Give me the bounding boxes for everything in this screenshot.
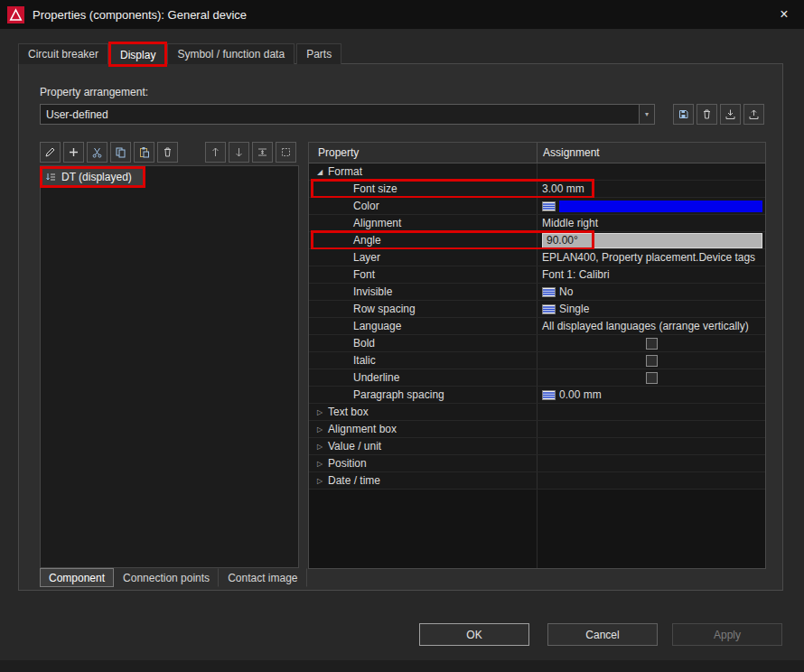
grid-row-font-size[interactable]: Font size3.00 mm xyxy=(309,181,765,198)
copy-icon xyxy=(115,146,126,158)
italic-checkbox[interactable] xyxy=(646,355,658,367)
angle-input[interactable]: 90.00° xyxy=(542,233,762,248)
cut-button[interactable] xyxy=(87,142,108,163)
ok-button[interactable]: OK xyxy=(419,623,529,646)
property-label: Date / time xyxy=(328,474,380,487)
property-label: Layer xyxy=(353,251,380,264)
property-arrangement-select[interactable]: User-defined ▾ xyxy=(40,104,655,125)
device-structure-list[interactable]: DT (displayed) xyxy=(40,165,299,568)
assignment-value: 90.00° xyxy=(547,234,578,247)
trash-icon xyxy=(701,108,713,120)
spacing-icon xyxy=(257,146,268,158)
main-tabstrip: Circuit breaker Display Symbol / functio… xyxy=(18,43,343,64)
tab-label: Display xyxy=(120,49,155,61)
color-swatch[interactable] xyxy=(559,201,762,212)
property-label: Position xyxy=(328,457,367,470)
move-down-button[interactable] xyxy=(229,142,249,163)
property-grid-body: ◢FormatFont size3.00 mmColorAlignmentMid… xyxy=(309,163,765,568)
import-scheme-button[interactable] xyxy=(720,104,741,125)
grid-row-angle[interactable]: Angle90.00° xyxy=(309,232,765,249)
copy-button[interactable] xyxy=(110,142,131,163)
property-arrangement-label: Property arrangement: xyxy=(40,86,148,98)
dt-icon xyxy=(45,172,57,183)
column-header-assignment[interactable]: Assignment xyxy=(538,143,765,163)
grid-row-bold[interactable]: Bold xyxy=(309,335,765,352)
frame-button[interactable] xyxy=(276,142,296,163)
property-label: Alignment box xyxy=(328,423,397,435)
assignment-value: All displayed languages (arrange vertica… xyxy=(542,320,749,332)
plus-icon xyxy=(68,146,79,158)
window-bottom-edge xyxy=(0,660,804,672)
pencil-icon xyxy=(44,146,56,158)
expand-icon[interactable]: ▷ xyxy=(313,460,326,468)
grid-row-row-spacing[interactable]: Row spacingSingle xyxy=(309,301,765,318)
grid-row-format[interactable]: ◢Format xyxy=(309,163,765,181)
scissors-icon xyxy=(91,146,103,158)
grid-row-color[interactable]: Color xyxy=(309,198,765,215)
tab-display[interactable]: Display xyxy=(110,43,165,65)
underline-checkbox[interactable] xyxy=(646,372,658,384)
bold-checkbox[interactable] xyxy=(646,338,658,350)
tab-symbol-function-data[interactable]: Symbol / function data xyxy=(167,43,294,64)
edit-button[interactable] xyxy=(40,142,61,163)
grid-row-position[interactable]: ▷Position xyxy=(309,455,765,472)
tab-label: Circuit breaker xyxy=(28,48,98,61)
property-label: Value / unit xyxy=(328,440,381,453)
tab-component[interactable]: Component xyxy=(40,568,114,587)
close-icon[interactable]: × xyxy=(771,3,797,26)
paste-button[interactable] xyxy=(134,142,154,163)
delete-scheme-button[interactable] xyxy=(696,104,717,125)
grid-row-language[interactable]: LanguageAll displayed languages (arrange… xyxy=(309,318,765,335)
grid-row-italic[interactable]: Italic xyxy=(309,352,765,369)
property-label: Underline xyxy=(353,371,399,384)
grid-row-layer[interactable]: LayerEPLAN400, Property placement.Device… xyxy=(309,249,765,266)
paste-icon xyxy=(138,146,150,158)
tab-connection-points[interactable]: Connection points xyxy=(114,568,219,587)
grid-row-alignment[interactable]: AlignmentMiddle right xyxy=(309,215,765,232)
export-icon xyxy=(748,108,760,120)
properties-dialog: { "titlebar": { "title": "Properties (co… xyxy=(0,0,804,672)
grid-row-underline[interactable]: Underline xyxy=(309,369,765,387)
collapse-icon[interactable]: ◢ xyxy=(313,168,326,176)
property-label: Paragraph spacing xyxy=(353,388,444,401)
chevron-down-icon[interactable]: ▾ xyxy=(639,105,654,124)
delete-button[interactable] xyxy=(157,142,178,163)
apply-button[interactable]: Apply xyxy=(672,623,782,646)
export-scheme-button[interactable] xyxy=(743,104,764,125)
tab-circuit-breaker[interactable]: Circuit breaker xyxy=(18,43,108,64)
list-item-dt-displayed[interactable]: DT (displayed) xyxy=(42,169,143,185)
layer-setting-icon xyxy=(542,201,556,211)
property-label: Italic xyxy=(353,354,376,367)
expand-icon[interactable]: ▷ xyxy=(313,443,326,451)
property-label: Bold xyxy=(353,337,375,350)
eplan-logo-icon xyxy=(7,6,24,23)
assignment-value: Middle right xyxy=(542,217,598,229)
tab-contact-image[interactable]: Contact image xyxy=(219,568,306,587)
column-header-property[interactable]: Property xyxy=(309,143,538,163)
grid-row-paragraph-spacing[interactable]: Paragraph spacing0.00 mm xyxy=(309,387,765,404)
property-label: Format xyxy=(328,165,362,178)
new-button[interactable] xyxy=(63,142,84,163)
expand-icon[interactable]: ▷ xyxy=(313,408,326,416)
grid-row-text-box[interactable]: ▷Text box xyxy=(309,404,765,421)
expand-icon[interactable]: ▷ xyxy=(313,425,326,434)
grid-row-date-time[interactable]: ▷Date / time xyxy=(309,472,765,490)
move-up-button[interactable] xyxy=(205,142,226,163)
grid-row-font[interactable]: FontFont 1: Calibri xyxy=(309,266,765,284)
save-scheme-button[interactable] xyxy=(673,104,694,125)
property-label: Color xyxy=(353,200,379,212)
list-item-label: DT (displayed) xyxy=(61,171,132,183)
spacing-button[interactable] xyxy=(252,142,273,163)
property-label: Font size xyxy=(353,182,397,195)
selected-arrangement: User-defined xyxy=(41,108,639,121)
cancel-button[interactable]: Cancel xyxy=(547,623,658,646)
tab-parts[interactable]: Parts xyxy=(296,43,341,64)
display-tab-panel: Property arrangement: User-defined ▾ xyxy=(18,63,783,591)
grid-row-alignment-box[interactable]: ▷Alignment box xyxy=(309,421,765,438)
grid-row-value-unit[interactable]: ▷Value / unit xyxy=(309,438,765,455)
trash-icon xyxy=(162,146,173,158)
grid-row-invisible[interactable]: InvisibleNo xyxy=(309,284,765,301)
tab-label: Component xyxy=(49,572,105,584)
save-icon xyxy=(678,108,689,120)
expand-icon[interactable]: ▷ xyxy=(313,477,326,485)
